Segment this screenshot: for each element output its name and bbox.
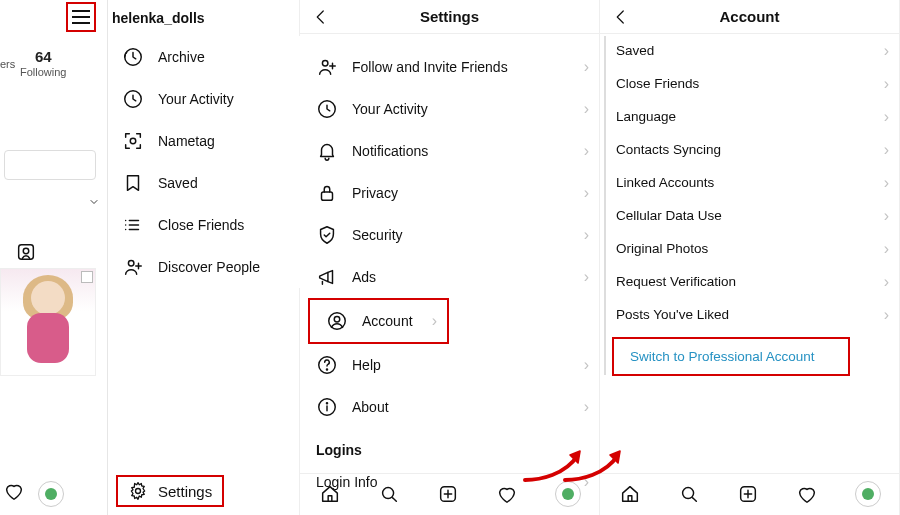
settings-item-help[interactable]: Help › xyxy=(300,344,599,386)
settings-item-security[interactable]: Security › xyxy=(300,214,599,256)
help-icon xyxy=(316,354,338,376)
activity-heart-icon[interactable] xyxy=(0,477,28,505)
bottom-nav xyxy=(600,473,899,509)
account-item-language[interactable]: Language› xyxy=(600,100,899,133)
drawer-item-nametag[interactable]: Nametag xyxy=(108,120,300,162)
settings-list: Follow and Invite Friends › Your Activit… xyxy=(300,46,599,500)
drawer-item-close-friends[interactable]: Close Friends xyxy=(108,204,300,246)
settings-item-about[interactable]: About › xyxy=(300,386,599,428)
profile-tab-icon[interactable] xyxy=(855,481,881,507)
hamburger-icon xyxy=(72,10,90,24)
settings-button[interactable]: Settings xyxy=(116,475,224,507)
search-icon[interactable] xyxy=(378,483,400,505)
account-item-cellular-data[interactable]: Cellular Data Use› xyxy=(600,199,899,232)
chevron-right-icon: › xyxy=(884,141,889,159)
settings-item-ads[interactable]: Ads › xyxy=(300,256,599,298)
followers-fragment: ers xyxy=(0,58,15,70)
clock-icon xyxy=(122,88,144,110)
settings-title: Settings xyxy=(420,8,479,25)
svg-point-6 xyxy=(136,489,141,494)
following-stat[interactable]: 64 Following xyxy=(20,48,66,79)
chevron-right-icon: › xyxy=(884,273,889,291)
account-item-request-verification[interactable]: Request Verification› xyxy=(600,265,899,298)
list-item-label: Follow and Invite Friends xyxy=(352,59,508,75)
list-item-label: About xyxy=(352,399,389,415)
chevron-right-icon: › xyxy=(884,75,889,93)
chevron-right-icon: › xyxy=(884,174,889,192)
account-item-posts-liked[interactable]: Posts You've Liked› xyxy=(600,298,899,331)
home-icon[interactable] xyxy=(319,483,341,505)
lock-icon xyxy=(316,182,338,204)
gear-icon xyxy=(128,481,148,501)
account-list: Saved› Close Friends› Language› Contacts… xyxy=(600,34,899,376)
screen-settings: Settings Follow and Invite Friends › You… xyxy=(300,0,600,515)
person-circle-icon xyxy=(326,310,348,332)
chevron-right-icon: › xyxy=(884,42,889,60)
heart-icon[interactable] xyxy=(496,483,518,505)
chevron-right-icon: › xyxy=(584,398,589,416)
svg-point-13 xyxy=(326,369,327,370)
settings-item-privacy[interactable]: Privacy › xyxy=(300,172,599,214)
svg-point-16 xyxy=(382,487,393,498)
switch-professional-link[interactable]: Switch to Professional Account xyxy=(612,337,850,376)
svg-point-11 xyxy=(334,316,340,322)
svg-rect-9 xyxy=(322,192,333,200)
drawer-item-activity[interactable]: Your Activity xyxy=(108,78,300,120)
new-post-icon[interactable] xyxy=(437,483,459,505)
avatar-mini[interactable] xyxy=(38,481,64,507)
heart-icon[interactable] xyxy=(796,483,818,505)
back-button[interactable] xyxy=(308,4,334,30)
drawer-item-label: Your Activity xyxy=(158,91,234,107)
account-title: Account xyxy=(720,8,780,25)
settings-topbar: Settings xyxy=(300,0,599,34)
add-person-icon xyxy=(316,56,338,78)
drawer-item-discover[interactable]: Discover People xyxy=(108,246,300,288)
search-icon[interactable] xyxy=(678,483,700,505)
account-item-contacts-syncing[interactable]: Contacts Syncing› xyxy=(600,133,899,166)
hamburger-menu-button[interactable] xyxy=(66,2,96,32)
list-item-label: Posts You've Liked xyxy=(616,307,729,322)
chevron-right-icon: › xyxy=(584,184,589,202)
multi-post-icon xyxy=(81,271,93,283)
chevron-right-icon: › xyxy=(584,142,589,160)
logins-section-title: Logins xyxy=(300,428,599,464)
drawer-item-saved[interactable]: Saved xyxy=(108,162,300,204)
account-item-original-photos[interactable]: Original Photos› xyxy=(600,232,899,265)
list-item-label: Contacts Syncing xyxy=(616,142,721,157)
bell-icon xyxy=(316,140,338,162)
account-item-linked-accounts[interactable]: Linked Accounts› xyxy=(600,166,899,199)
drawer-item-label: Saved xyxy=(158,175,198,191)
archive-icon xyxy=(122,46,144,68)
edit-profile-button[interactable] xyxy=(4,150,96,180)
list-item-label: Your Activity xyxy=(352,101,428,117)
following-label: Following xyxy=(20,66,66,78)
drawer-item-archive[interactable]: Archive xyxy=(108,36,300,78)
list-item-label: Linked Accounts xyxy=(616,175,714,190)
svg-point-15 xyxy=(326,403,327,404)
list-icon xyxy=(122,214,144,236)
settings-item-notifications[interactable]: Notifications › xyxy=(300,130,599,172)
settings-item-activity[interactable]: Your Activity › xyxy=(300,88,599,130)
settings-item-follow-invite[interactable]: Follow and Invite Friends › xyxy=(300,46,599,88)
shield-icon xyxy=(316,224,338,246)
chevron-right-icon: › xyxy=(884,240,889,258)
list-item-label: Close Friends xyxy=(616,76,699,91)
settings-item-account[interactable]: Account › xyxy=(308,298,449,344)
account-item-close-friends[interactable]: Close Friends› xyxy=(600,67,899,100)
profile-tab-icon[interactable] xyxy=(555,481,581,507)
account-item-saved[interactable]: Saved› xyxy=(600,34,899,67)
screen-profile: ers 64 Following xyxy=(0,0,300,515)
chevron-down-icon[interactable] xyxy=(88,196,100,211)
username-label[interactable]: helenka_dolls xyxy=(112,10,205,26)
drawer-item-label: Archive xyxy=(158,49,205,65)
home-icon[interactable] xyxy=(619,483,641,505)
svg-point-18 xyxy=(682,487,693,498)
post-thumbnail[interactable] xyxy=(0,268,96,376)
tagged-tab-icon[interactable] xyxy=(12,238,40,266)
svg-rect-0 xyxy=(19,245,34,260)
list-item-label: Ads xyxy=(352,269,376,285)
back-button[interactable] xyxy=(608,4,634,30)
new-post-icon[interactable] xyxy=(737,483,759,505)
drawer-item-label: Nametag xyxy=(158,133,215,149)
following-count: 64 xyxy=(20,48,66,65)
